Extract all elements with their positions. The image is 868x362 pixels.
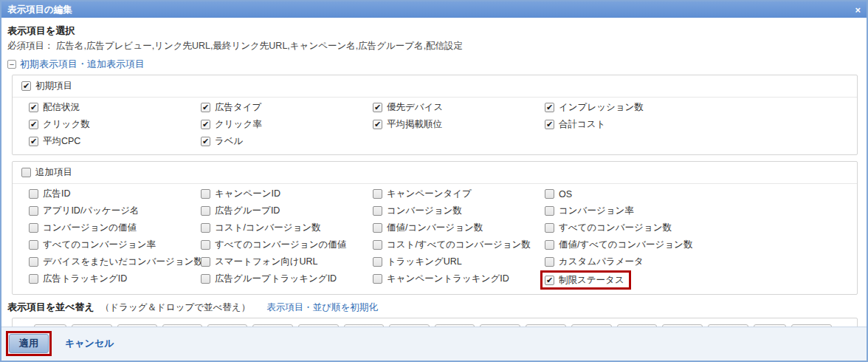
checkbox-item[interactable]: すべてのコンバージョン率 xyxy=(29,236,156,253)
additional-items-master-checkbox[interactable]: 追加項目 xyxy=(18,164,72,181)
section-toggle-row: − 初期表示項目・追加表示項目 xyxy=(7,58,859,71)
checkbox-unchecked-icon[interactable] xyxy=(29,189,38,199)
checkbox-checked-icon[interactable]: ✔ xyxy=(201,103,210,112)
checkbox-unchecked-icon[interactable] xyxy=(545,223,554,233)
checkbox-label: スマートフォン向けURL xyxy=(215,256,318,268)
checkbox-label: コスト/コンバージョン数 xyxy=(215,222,321,234)
checkbox-item[interactable]: キャンペーントラッキングID xyxy=(373,270,509,287)
checkbox-item[interactable]: トラッキングURL xyxy=(373,253,462,270)
dialog-footer: 適用 キャンセル xyxy=(1,327,867,361)
checkbox-item[interactable]: ✔配信状況 xyxy=(29,99,80,116)
collapse-icon[interactable]: − xyxy=(7,60,16,69)
checkbox-item[interactable]: コスト/コンバージョン数 xyxy=(201,219,321,236)
sort-section-hint: （ドラッグ＆ドロップで並べ替え） xyxy=(100,301,250,314)
checkbox-label: 制限ステータス xyxy=(559,274,624,287)
checkbox-unchecked-icon[interactable] xyxy=(201,274,210,284)
checkbox-checked-icon[interactable]: ✔ xyxy=(21,81,31,91)
checkbox-checked-icon[interactable]: ✔ xyxy=(545,120,554,129)
checkbox-unchecked-icon[interactable] xyxy=(21,168,31,177)
checkbox-unchecked-icon[interactable] xyxy=(373,189,382,199)
initial-items-master-checkbox[interactable]: ✔ 初期項目 xyxy=(18,78,72,95)
checkbox-unchecked-icon[interactable] xyxy=(29,257,38,267)
checkbox-item[interactable]: キャンペーンID xyxy=(201,185,280,202)
checkbox-checked-icon[interactable]: ✔ xyxy=(545,276,554,285)
checkbox-unchecked-icon[interactable] xyxy=(545,189,554,199)
checkbox-unchecked-icon[interactable] xyxy=(545,257,554,267)
checkbox-checked-icon[interactable]: ✔ xyxy=(29,120,38,129)
section-toggle-link[interactable]: 初期表示項目・追加表示項目 xyxy=(20,58,145,71)
checkbox-item[interactable]: コンバージョン数 xyxy=(373,202,462,219)
checkbox-item[interactable]: スマートフォン向けURL xyxy=(201,253,318,270)
checkbox-label: すべてのコンバージョンの価値 xyxy=(215,239,346,251)
additional-items-group: 追加項目 広告IDキャンペーンIDキャンペーンタイプOSアプリID/パッケージ名… xyxy=(12,161,858,295)
checkbox-unchecked-icon[interactable] xyxy=(29,274,38,284)
checkbox-label: トラッキングURL xyxy=(387,256,462,268)
close-icon[interactable]: × xyxy=(855,5,861,15)
checkbox-item[interactable]: 広告グループトラッキングID xyxy=(201,270,337,287)
checkbox-item[interactable]: コンバージョンの価値 xyxy=(29,219,137,236)
checkbox-unchecked-icon[interactable] xyxy=(29,223,38,233)
checkbox-checked-icon[interactable]: ✔ xyxy=(201,120,210,129)
checkbox-unchecked-icon[interactable] xyxy=(545,206,554,216)
checkbox-label: 広告グループトラッキングID xyxy=(215,273,337,285)
checkbox-checked-icon[interactable]: ✔ xyxy=(545,103,554,112)
checkbox-item[interactable]: ✔ラベル xyxy=(201,133,243,150)
apply-button[interactable]: 適用 xyxy=(9,334,49,353)
divider xyxy=(13,97,857,98)
checkbox-checked-icon[interactable]: ✔ xyxy=(29,103,38,112)
checkbox-item[interactable]: OS xyxy=(545,185,572,202)
checkbox-unchecked-icon[interactable] xyxy=(373,257,382,267)
checkbox-unchecked-icon[interactable] xyxy=(201,189,210,199)
checkbox-label: クリック数 xyxy=(43,118,90,131)
checkbox-item[interactable]: 価値/コンバージョン数 xyxy=(373,219,483,236)
checkbox-item[interactable]: デバイスをまたいだコンバージョン数 xyxy=(29,253,203,270)
checkbox-unchecked-icon[interactable] xyxy=(29,206,38,216)
checkbox-label: カスタムパラメータ xyxy=(559,256,644,268)
checkbox-label: すべてのコンバージョン率 xyxy=(43,239,156,251)
reset-order-link[interactable]: 表示項目・並び順を初期化 xyxy=(266,301,378,314)
cancel-link[interactable]: キャンセル xyxy=(65,337,114,350)
checkbox-unchecked-icon[interactable] xyxy=(545,240,554,250)
checkbox-item[interactable]: ✔クリック率 xyxy=(201,116,262,133)
checkbox-item[interactable]: ✔合計コスト xyxy=(545,116,605,133)
checkbox-unchecked-icon[interactable] xyxy=(373,240,382,250)
checkbox-unchecked-icon[interactable] xyxy=(373,274,382,284)
apply-button-highlight-box: 適用 xyxy=(6,331,52,356)
initial-items-label: 初期項目 xyxy=(35,80,72,92)
checkbox-item[interactable]: 広告グループID xyxy=(201,202,280,219)
checkbox-label: デバイスをまたいだコンバージョン数 xyxy=(43,256,203,268)
checkbox-item[interactable]: ✔クリック数 xyxy=(29,116,90,133)
sort-chips-container: 広告名広告プレ ビュ...配信設定配信状況最終リン ク先...リンク先 UR..… xyxy=(12,318,858,327)
checkbox-unchecked-icon[interactable] xyxy=(201,240,210,250)
checkbox-label: コンバージョンの価値 xyxy=(43,222,137,234)
checkbox-item[interactable]: キャンペーンタイプ xyxy=(373,185,472,202)
checkbox-item[interactable]: コスト/すべてのコンバージョン数 xyxy=(373,236,531,253)
checkbox-item[interactable]: 価値/すべてのコンバージョン数 xyxy=(545,236,692,253)
checkbox-unchecked-icon[interactable] xyxy=(373,223,382,233)
checkbox-label: 価値/コンバージョン数 xyxy=(387,222,483,234)
checkbox-item[interactable]: ✔制限ステータス xyxy=(540,270,631,290)
checkbox-unchecked-icon[interactable] xyxy=(201,223,210,233)
checkbox-item[interactable]: カスタムパラメータ xyxy=(545,253,644,270)
checkbox-unchecked-icon[interactable] xyxy=(373,206,382,216)
checkbox-unchecked-icon[interactable] xyxy=(201,257,210,267)
checkbox-item[interactable]: ✔平均掲載順位 xyxy=(373,116,442,133)
checkbox-item[interactable]: ✔広告タイプ xyxy=(201,99,261,116)
checkbox-unchecked-icon[interactable] xyxy=(201,206,210,216)
checkbox-item[interactable]: すべてのコンバージョンの価値 xyxy=(201,236,346,253)
checkbox-item[interactable]: コンバージョン率 xyxy=(545,202,634,219)
checkbox-label: 配信状況 xyxy=(43,101,80,114)
checkbox-checked-icon[interactable]: ✔ xyxy=(29,137,38,146)
checkbox-item[interactable]: すべてのコンバージョン数 xyxy=(545,219,672,236)
checkbox-item[interactable]: ✔インプレッション数 xyxy=(545,99,644,116)
checkbox-item[interactable]: 広告トラッキングID xyxy=(29,270,127,287)
checkbox-checked-icon[interactable]: ✔ xyxy=(373,103,382,112)
additional-items-label: 追加項目 xyxy=(35,166,72,179)
checkbox-item[interactable]: ✔平均CPC xyxy=(29,133,80,150)
checkbox-unchecked-icon[interactable] xyxy=(29,240,38,250)
checkbox-item[interactable]: アプリID/パッケージ名 xyxy=(29,202,140,219)
checkbox-checked-icon[interactable]: ✔ xyxy=(373,120,382,129)
checkbox-item[interactable]: 広告ID xyxy=(29,185,71,202)
checkbox-item[interactable]: ✔優先デバイス xyxy=(373,99,443,116)
checkbox-checked-icon[interactable]: ✔ xyxy=(201,137,210,146)
